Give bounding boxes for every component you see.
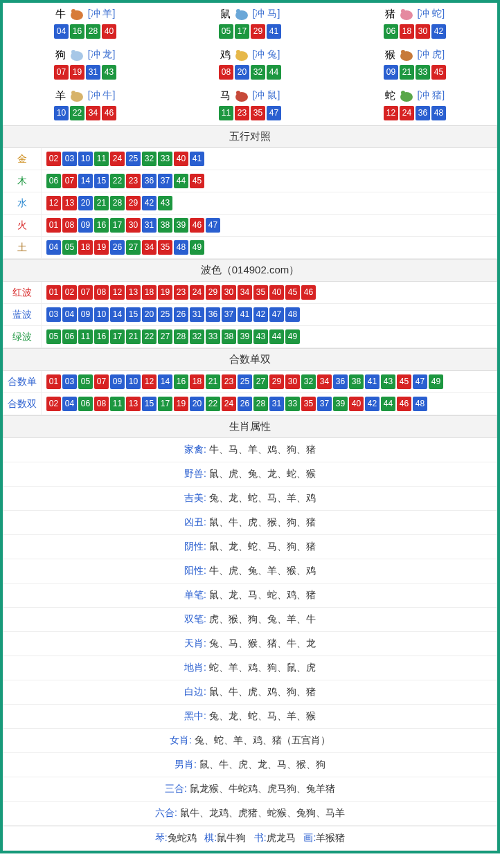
row-balls: 05061116172122272832333839434449: [42, 326, 497, 348]
ball-03: 03: [62, 374, 77, 389]
ball-40: 40: [174, 152, 188, 166]
attr-row: 女肖: 兔、蛇、羊、鸡、猪（五宫肖）: [3, 729, 497, 753]
table-row: 绿波05061116172122272832333839434449: [3, 326, 497, 348]
ball-26: 26: [238, 397, 252, 411]
ball-39: 39: [238, 329, 252, 344]
attr-row: 地肖: 蛇、羊、鸡、狗、鼠、虎: [3, 656, 497, 680]
attr-value: 兔、龙、蛇、马、羊、鸡: [209, 492, 316, 503]
attr-value: 鼠龙猴、牛蛇鸡、虎马狗、兔羊猪: [190, 783, 335, 794]
row-balls: 04051819262734354849: [42, 237, 497, 259]
ball-20: 20: [190, 397, 204, 411]
row-label: 木: [3, 170, 42, 192]
ball-08: 08: [219, 65, 233, 80]
zodiac-狗: 狗[冲 龙]07193143: [3, 44, 168, 84]
ball-47: 47: [413, 374, 427, 389]
ball-15: 15: [94, 174, 109, 188]
zodiac-羊: 羊[冲 牛]10223446: [3, 84, 168, 125]
ball-05: 05: [62, 240, 77, 255]
zodiac-鸡: 鸡[冲 兔]08203244: [168, 44, 332, 84]
attr-value: 鼠、牛、虎、龙、马、猴、狗: [199, 759, 325, 770]
ball-39: 39: [333, 397, 348, 411]
ball-23: 23: [222, 374, 236, 389]
ball-38: 38: [349, 374, 364, 389]
row-label: 水: [3, 192, 42, 215]
zodiac-name: 猴: [385, 48, 395, 62]
attr-row: 阴性: 鼠、龙、蛇、马、狗、猪: [3, 535, 497, 559]
ball-49: 49: [190, 240, 204, 255]
ball-43: 43: [102, 65, 116, 80]
ball-23: 23: [174, 285, 188, 300]
zodiac-蛇: 蛇[冲 猪]12243648: [332, 84, 497, 125]
zodiac-猪: 猪[冲 蛇]06183042: [332, 3, 497, 44]
ball-36: 36: [416, 106, 430, 120]
row-label: 金: [3, 148, 42, 170]
svg-point-15: [236, 91, 240, 95]
attr-label: 黑中:: [184, 710, 206, 721]
ball-44: 44: [269, 329, 284, 344]
ball-row: 04162840: [3, 24, 168, 39]
ball-row: 12243648: [332, 105, 497, 121]
attr-label: 阴性:: [184, 541, 206, 552]
zodiac-name: 马: [220, 89, 231, 102]
zodiac-grid: 牛[冲 羊]04162840鼠[冲 马]05172941猪[冲 蛇]061830…: [3, 3, 497, 125]
ball-15: 15: [126, 307, 141, 322]
ball-23: 23: [235, 106, 249, 120]
ball-12: 12: [110, 285, 125, 300]
ball-04: 04: [54, 24, 69, 39]
ball-47: 47: [269, 307, 284, 322]
ball-03: 03: [46, 307, 61, 322]
ball-29: 29: [251, 24, 265, 39]
ball-22: 22: [206, 397, 220, 411]
ball-46: 46: [102, 106, 116, 120]
attr-label: 男肖:: [175, 759, 197, 770]
ball-10: 10: [94, 307, 109, 322]
ball-49: 49: [285, 329, 300, 344]
attr-value: 虎、猴、狗、兔、羊、牛: [209, 613, 316, 624]
ball-09: 09: [78, 218, 93, 233]
zodiac-icon: [397, 89, 416, 102]
ball-04: 04: [46, 240, 61, 255]
ball-34: 34: [86, 106, 100, 120]
ball-16: 16: [174, 374, 188, 389]
ball-09: 09: [384, 65, 398, 80]
attr-row: 阳性: 牛、虎、兔、羊、猴、鸡: [3, 559, 497, 584]
ball-03: 03: [62, 152, 77, 166]
ball-08: 08: [62, 218, 77, 233]
ball-20: 20: [142, 307, 157, 322]
ball-43: 43: [381, 374, 395, 389]
ball-18: 18: [400, 24, 414, 39]
ball-38: 38: [222, 329, 236, 344]
row-label: 红波: [3, 282, 42, 304]
zodiac-name: 鸡: [220, 48, 231, 62]
fourarts-val: 羊猴猪: [316, 832, 345, 843]
table-row: 水1213202128294243: [3, 192, 497, 215]
attr-label: 六合:: [155, 807, 177, 818]
ball-row: 11233547: [168, 105, 332, 121]
ball-33: 33: [416, 65, 430, 80]
ball-48: 48: [285, 307, 300, 322]
attr-value: 鼠、龙、马、蛇、鸡、猪: [209, 589, 316, 600]
fourarts-key: 画:: [303, 832, 316, 843]
ball-45: 45: [285, 285, 300, 300]
ball-04: 04: [62, 307, 77, 322]
attr-label: 阳性:: [184, 565, 206, 576]
zodiac-猴: 猴[冲 虎]09213345: [332, 44, 497, 84]
ball-16: 16: [94, 329, 109, 344]
ball-15: 15: [142, 397, 157, 411]
svg-point-5: [401, 9, 405, 13]
attr-row: 凶丑: 鼠、牛、虎、猴、狗、猪: [3, 511, 497, 535]
zodiac-name: 鼠: [220, 8, 231, 21]
zodiac-icon: [397, 7, 416, 21]
attr-value: 兔、马、猴、猪、牛、龙: [209, 638, 316, 649]
attr-value: 鼠、虎、兔、龙、蛇、猴: [209, 468, 316, 479]
svg-point-3: [236, 9, 240, 13]
ball-row: 08203244: [168, 64, 332, 80]
ball-45: 45: [190, 174, 204, 188]
bose-title: 波色（014902.com）: [3, 260, 497, 282]
attr-row: 男肖: 鼠、牛、虎、龙、马、猴、狗: [3, 753, 497, 777]
ball-45: 45: [431, 65, 446, 80]
fourarts-key: 书:: [254, 832, 267, 843]
ball-33: 33: [285, 397, 300, 411]
zodiac-icon: [232, 48, 251, 62]
zodiac-name: 猪: [385, 8, 395, 21]
